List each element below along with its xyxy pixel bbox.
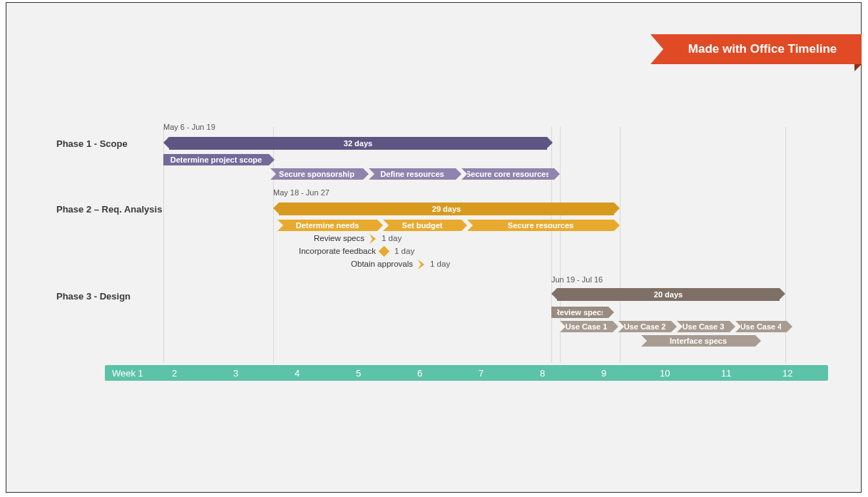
label-incorporate-feedback: Incorporate feedback: [270, 247, 376, 255]
milestone-review-specs: [369, 234, 376, 244]
xaxis-tick: 2: [168, 365, 177, 381]
task-determine-needs: Determine needs: [277, 220, 377, 231]
task-define-resources: Define resources: [369, 168, 456, 180]
phase1-daterange: May 6 - Jun 19: [163, 123, 215, 131]
phase1-summary-text: 32 days: [175, 137, 541, 150]
xaxis-tick: 5: [352, 365, 361, 381]
task-review-specs: Review specs: [551, 307, 608, 318]
xaxis-tick: 6: [413, 365, 422, 381]
task-set-budget: Set budget: [383, 220, 461, 231]
ribbon-label: Made with Office Timeline: [688, 42, 837, 56]
task-determine-project-scope: Determine project scope: [163, 154, 269, 165]
xaxis-tick: 8: [536, 365, 545, 381]
task-secure-resources: Secure resources: [467, 220, 614, 231]
xaxis-tick: 3: [229, 365, 238, 381]
phase1-summary-bar: 32 days: [169, 137, 547, 150]
phase2-daterange: May 18 - Jun 27: [273, 188, 330, 197]
phase2-summary-text: 29 days: [285, 203, 608, 215]
task-use-case-3: Use Case 3: [677, 321, 730, 332]
task-secure-core-resources: Secure core resources: [461, 168, 554, 180]
phase2-label: Phase 2 – Req. Analysis: [56, 204, 170, 215]
gridline: [551, 127, 552, 363]
task-use-case-4: Use Case 4: [735, 321, 787, 332]
ribbon-banner: Made with Office Timeline: [663, 34, 862, 64]
x-axis: Week 1 2 3 4 5 6 7 8 9 10 11 12: [105, 365, 828, 381]
dur-obtain-approvals: 1 day: [430, 260, 450, 268]
task-interface-specs: Interface specs: [641, 335, 755, 347]
phase3-summary-text: 20 days: [563, 288, 774, 301]
task-use-case-1: Use Case 1: [560, 321, 613, 332]
xaxis-tick: 12: [778, 365, 792, 381]
task-secure-sponsorship: Secure sponsorship: [270, 168, 363, 180]
milestone-obtain-approvals: [418, 260, 424, 270]
dur-review-specs: 1 day: [382, 234, 402, 242]
phase3-daterange: Jun 19 - Jul 16: [551, 275, 603, 284]
xaxis-tick: 9: [597, 365, 606, 381]
gantt-chart: Phase 1 - Scope May 6 - Jun 19 32 days D…: [56, 117, 834, 388]
phase3-label: Phase 3 - Design: [56, 291, 170, 302]
slide-canvas: Made with Office Timeline Phase 1 - Scop…: [6, 2, 862, 493]
phase3-summary-bar: 20 days: [557, 288, 780, 301]
xaxis-tick: 7: [474, 365, 484, 381]
task-use-case-2: Use Case 2: [618, 321, 671, 332]
phase1-label: Phase 1 - Scope: [56, 138, 170, 149]
xaxis-tick: 4: [290, 365, 300, 381]
milestone-incorporate-feedback: [379, 246, 390, 257]
phase2-summary-bar: 29 days: [279, 203, 614, 215]
label-review-specs: Review specs: [270, 234, 364, 242]
dur-incorporate-feedback: 1 day: [394, 247, 414, 255]
xaxis-tick: 11: [717, 365, 731, 381]
xaxis-tick: 10: [655, 365, 670, 381]
label-obtain-approvals: Obtain approvals: [299, 260, 413, 268]
xaxis-week1: Week 1: [108, 365, 143, 381]
